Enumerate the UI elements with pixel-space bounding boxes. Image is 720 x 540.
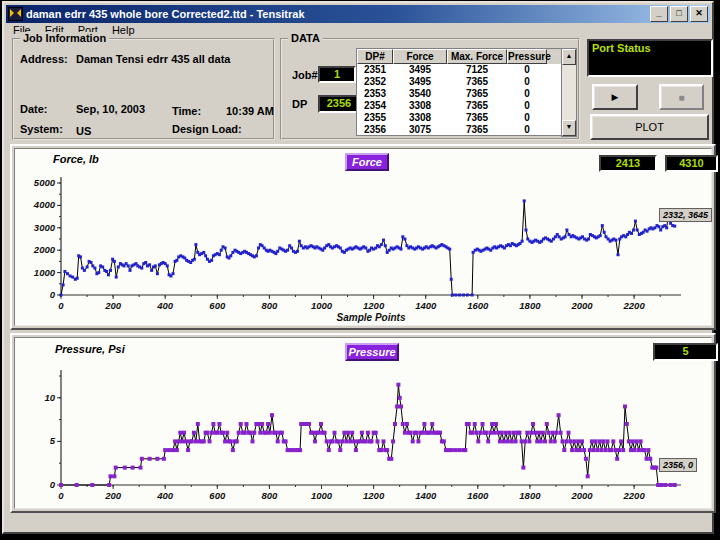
- data-table-header: DP# Force Max. Force Pressure: [357, 49, 561, 64]
- table-row[interactable]: 2352349573650: [357, 76, 561, 88]
- data-legend: DATA: [288, 32, 323, 44]
- data-table-body: 2351349571250235234957365023533540736502…: [357, 64, 561, 135]
- app-icon: [8, 7, 23, 21]
- table-cell: 2355: [357, 112, 393, 124]
- header-max-force[interactable]: Max. Force: [447, 49, 507, 64]
- svg-text:2000: 2000: [33, 244, 56, 255]
- stop-button[interactable]: ■: [659, 84, 704, 110]
- plot-button[interactable]: PLOT: [590, 114, 709, 140]
- scroll-up-icon[interactable]: ▲: [562, 49, 576, 65]
- pressure-chart-svg[interactable]: 0200400600800100012001400160018002000220…: [15, 338, 713, 510]
- table-cell: 3308: [393, 100, 447, 112]
- dp-label: DP: [292, 98, 307, 110]
- table-cell: 3308: [393, 112, 447, 124]
- svg-text:400: 400: [156, 490, 174, 501]
- svg-text:5: 5: [50, 435, 56, 446]
- pressure-chart-area[interactable]: 0200400600800100012001400160018002000220…: [14, 337, 712, 509]
- force-series-markers: [60, 199, 677, 296]
- svg-text:1000: 1000: [311, 490, 333, 501]
- table-cell: 7365: [447, 124, 507, 135]
- pressure-chart-panel: 0200400600800100012001400160018002000220…: [10, 333, 716, 513]
- table-cell: 7365: [447, 100, 507, 112]
- maximize-icon[interactable]: □: [670, 6, 688, 22]
- window-title: daman edrr 435 whole bore Corrected2.ttd…: [26, 8, 650, 20]
- plot-button-label: PLOT: [635, 121, 664, 133]
- table-cell: 0: [507, 100, 547, 112]
- svg-text:0: 0: [50, 289, 56, 300]
- svg-text:800: 800: [261, 300, 278, 311]
- system-label: System:: [20, 123, 63, 135]
- close-icon[interactable]: ✕: [690, 6, 708, 22]
- svg-text:1800: 1800: [519, 490, 541, 501]
- table-cell: 2351: [357, 64, 393, 76]
- start-button[interactable]: ▶: [592, 84, 638, 110]
- force-axis-title: Force, lb: [53, 153, 99, 165]
- svg-text:600: 600: [209, 490, 226, 501]
- svg-text:800: 800: [261, 490, 278, 501]
- table-cell: 0: [507, 124, 547, 135]
- svg-text:200: 200: [104, 490, 122, 501]
- time-label: Time:: [172, 105, 201, 117]
- force-chart-area[interactable]: 0200400600800100012001400160018002000220…: [14, 148, 712, 326]
- header-pressure[interactable]: Pressure: [507, 49, 547, 64]
- table-scrollbar[interactable]: ▲ ▼: [561, 48, 577, 137]
- table-row[interactable]: 2355330873650: [357, 112, 561, 124]
- table-cell: 2356: [357, 124, 393, 135]
- system-value: US: [76, 125, 91, 137]
- table-cell: 2354: [357, 100, 393, 112]
- job-number-display: 1: [318, 66, 356, 83]
- play-icon: ▶: [612, 92, 619, 102]
- pressure-readout: 5: [653, 343, 718, 361]
- menu-help[interactable]: Help: [105, 23, 142, 37]
- svg-text:1200: 1200: [363, 490, 385, 501]
- svg-text:3000: 3000: [34, 222, 56, 233]
- table-cell: 3495: [393, 64, 447, 76]
- force-badge: Force: [345, 153, 389, 171]
- table-cell: 2353: [357, 88, 393, 100]
- table-cell: 7125: [447, 64, 507, 76]
- svg-text:1400: 1400: [415, 300, 437, 311]
- table-row[interactable]: 2356307573650: [357, 124, 561, 135]
- dp-display: 2356: [318, 95, 360, 113]
- table-cell: 0: [507, 112, 547, 124]
- table-cell: 2352: [357, 76, 393, 88]
- svg-text:1200: 1200: [363, 300, 385, 311]
- table-row[interactable]: 2351349571250: [357, 64, 561, 76]
- svg-text:0: 0: [50, 479, 56, 490]
- table-cell: 0: [507, 76, 547, 88]
- svg-text:600: 600: [209, 300, 226, 311]
- svg-text:0: 0: [58, 490, 64, 501]
- svg-text:2000: 2000: [570, 490, 593, 501]
- date-value: Sep, 10, 2003: [76, 103, 145, 115]
- table-cell: 7365: [447, 88, 507, 100]
- scroll-down-icon[interactable]: ▼: [562, 120, 576, 136]
- force-chart-panel: 0200400600800100012001400160018002000220…: [10, 144, 716, 330]
- svg-text:1400: 1400: [415, 490, 437, 501]
- svg-text:200: 200: [104, 300, 122, 311]
- force-chart-svg[interactable]: 0200400600800100012001400160018002000220…: [15, 149, 713, 327]
- table-row[interactable]: 2353354073650: [357, 88, 561, 100]
- svg-text:1000: 1000: [34, 267, 56, 278]
- header-dp[interactable]: DP#: [357, 49, 393, 64]
- address-label: Address:: [20, 53, 68, 65]
- force-cursor-tooltip: 2332, 3645: [659, 208, 712, 222]
- svg-text:5000: 5000: [34, 177, 56, 188]
- table-row[interactable]: 2354330873650: [357, 100, 561, 112]
- svg-text:1600: 1600: [467, 490, 489, 501]
- svg-text:2000: 2000: [570, 300, 593, 311]
- job-information-group: Job Information Address: Daman Tensi edr…: [12, 38, 275, 140]
- stop-icon: ■: [678, 92, 684, 103]
- svg-text:400: 400: [156, 300, 174, 311]
- data-group: DATA Job# 1 DP 2356 DP# Force Max. Force…: [280, 38, 580, 140]
- table-cell: 3075: [393, 124, 447, 135]
- table-cell: 3540: [393, 88, 447, 100]
- header-force[interactable]: Force: [393, 49, 447, 64]
- svg-text:10: 10: [44, 392, 55, 403]
- job-information-legend: Job Information: [20, 32, 109, 44]
- data-table[interactable]: DP# Force Max. Force Pressure 2351349571…: [356, 48, 562, 136]
- title-bar[interactable]: daman edrr 435 whole bore Corrected2.ttd…: [6, 5, 710, 23]
- minimize-icon[interactable]: _: [650, 6, 668, 22]
- svg-text:2200: 2200: [623, 490, 646, 501]
- time-value: 10:39 AM: [226, 105, 274, 117]
- table-cell: 7365: [447, 76, 507, 88]
